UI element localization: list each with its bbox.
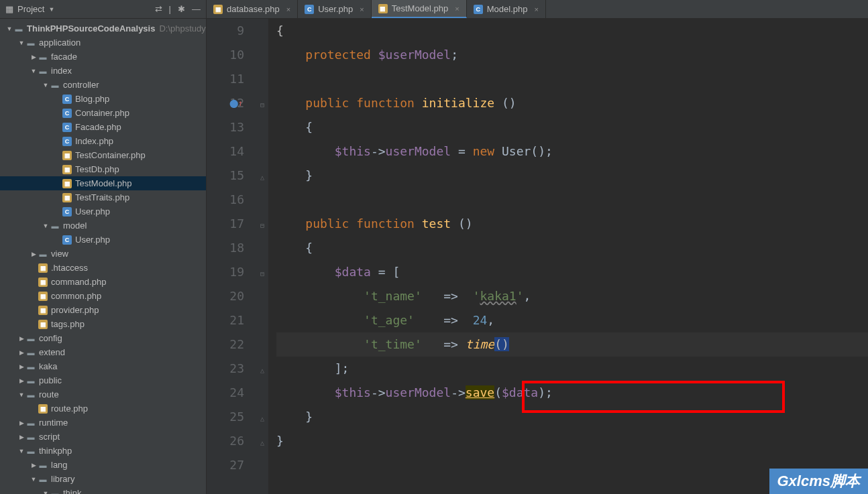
code-line[interactable]: 't_age' => 24,: [276, 308, 868, 332]
code-line[interactable]: public function test (): [276, 212, 868, 236]
project-tree[interactable]: ▼ ▬ ThinkPHPSourceCodeAnalysis D:\phpstu…: [0, 19, 206, 494]
tree-item[interactable]: ▶▬config: [0, 331, 206, 345]
code-line[interactable]: $this->userModel->save($data);: [276, 381, 868, 405]
tree-arrow-icon: ▼: [17, 40, 25, 46]
tree-item[interactable]: ▦TestTraits.php: [0, 190, 206, 204]
php-class-icon: C: [62, 136, 72, 147]
code-line[interactable]: ];: [276, 357, 868, 381]
code-line[interactable]: public function initialize (): [276, 91, 868, 115]
tree-item[interactable]: ▼▬controller: [0, 78, 206, 92]
sidebar-header: ▦ Project ▼ ⇄ | ✱ —: [0, 0, 206, 19]
tree-item[interactable]: CIndex.php: [0, 134, 206, 148]
tree-root[interactable]: ▼ ▬ ThinkPHPSourceCodeAnalysis D:\phpstu…: [0, 21, 206, 36]
tree-item[interactable]: CFacade.php: [0, 120, 206, 134]
fold-marker: [256, 236, 268, 260]
line-number: 15: [207, 164, 244, 188]
code-line[interactable]: 't_time' => time(): [276, 332, 868, 357]
editor-tab[interactable]: ▦database.php×: [207, 0, 298, 18]
sidebar-title-dropdown[interactable]: ▦ Project ▼: [5, 4, 152, 14]
tree-item[interactable]: ▶▬runtime: [0, 416, 206, 430]
code-line[interactable]: $this->userModel = new User();: [276, 139, 868, 164]
tree-item-label: common.php: [51, 291, 101, 301]
folder-icon: ▬: [25, 38, 36, 48]
fold-marker[interactable]: △: [256, 429, 268, 453]
close-icon[interactable]: ×: [534, 5, 538, 13]
tree-item[interactable]: ▼▬application: [0, 36, 206, 50]
file-icon: C: [305, 5, 314, 14]
tree-item[interactable]: ▦TestContainer.php: [0, 148, 206, 162]
tree-item[interactable]: CContainer.php: [0, 106, 206, 120]
folder-icon: ▬: [25, 418, 36, 428]
code-line[interactable]: {: [276, 19, 868, 43]
tree-item-label: view: [51, 249, 68, 259]
sidebar-title-text: Project: [17, 4, 44, 14]
close-icon[interactable]: ×: [455, 5, 459, 13]
php-file-icon: ▦: [62, 178, 72, 189]
fold-marker[interactable]: △: [256, 164, 268, 188]
code-line[interactable]: 't_name' => 'kaka1',: [276, 284, 868, 308]
php-class-icon: C: [62, 108, 72, 119]
code-line[interactable]: [276, 188, 868, 212]
fold-marker[interactable]: △: [256, 405, 268, 429]
tree-item[interactable]: CBlog.php: [0, 92, 206, 106]
php-class-icon: C: [62, 122, 72, 133]
tree-item-label: .htaccess: [51, 263, 88, 273]
code-line[interactable]: }: [276, 164, 868, 188]
tree-item[interactable]: ▼▬library: [0, 472, 206, 486]
fold-marker[interactable]: ⊟: [256, 212, 268, 236]
tree-item[interactable]: ▦common.php: [0, 289, 206, 303]
code-line[interactable]: $data = [: [276, 260, 868, 284]
editor-tab[interactable]: CModel.php×: [467, 0, 546, 18]
hide-icon[interactable]: —: [192, 4, 201, 14]
tree-item[interactable]: ▦.htaccess: [0, 261, 206, 275]
fold-marker[interactable]: ⊟: [256, 260, 268, 284]
code-editor[interactable]: 9101112⬤↑131415161718192021222324252627 …: [207, 19, 868, 494]
code-content[interactable]: { protected $userModel; public function …: [268, 19, 868, 494]
line-number: 14: [207, 139, 244, 164]
tree-item[interactable]: ▦TestDb.php: [0, 162, 206, 176]
tree-item[interactable]: ▦route.php: [0, 402, 206, 416]
tree-item[interactable]: ▶▬kaka: [0, 359, 206, 373]
tree-item[interactable]: ▼▬think: [0, 486, 206, 494]
tree-item[interactable]: ▼▬model: [0, 219, 206, 233]
code-line[interactable]: {: [276, 236, 868, 260]
tree-item[interactable]: CUser.php: [0, 204, 206, 219]
tree-arrow-icon: ▼: [42, 490, 50, 495]
fold-column[interactable]: ⊟△⊟⊟△△△: [256, 19, 268, 494]
tree-item[interactable]: ▶▬lang: [0, 458, 206, 472]
fold-marker[interactable]: ⊟: [256, 91, 268, 115]
tree-item[interactable]: ▦provider.php: [0, 303, 206, 317]
tree-item-label: public: [39, 375, 62, 385]
tree-item[interactable]: ▼▬index: [0, 64, 206, 78]
tree-item[interactable]: ▶▬extend: [0, 345, 206, 359]
code-line[interactable]: protected $userModel;: [276, 43, 868, 67]
tree-item[interactable]: CUser.php: [0, 233, 206, 247]
watermark: Gxlcms脚本: [769, 469, 869, 494]
tree-arrow-icon: ▶: [30, 462, 38, 469]
tree-item[interactable]: ▶▬facade: [0, 50, 206, 64]
folder-icon: ▬: [25, 375, 36, 386]
tree-item[interactable]: ▼▬thinkphp: [0, 444, 206, 458]
editor-tab[interactable]: CUser.php×: [298, 0, 371, 18]
tree-item[interactable]: ▶▬public: [0, 373, 206, 387]
fold-marker: [256, 188, 268, 212]
tree-item[interactable]: ▶▬view: [0, 247, 206, 261]
code-line[interactable]: {: [276, 115, 868, 139]
line-number: 24: [207, 381, 244, 405]
tree-item[interactable]: ▼▬route: [0, 387, 206, 402]
override-marker-icon[interactable]: ⬤↑: [229, 91, 243, 115]
close-icon[interactable]: ×: [360, 5, 364, 13]
tree-item[interactable]: ▦command.php: [0, 275, 206, 289]
tree-item[interactable]: ▦TestModel.php: [0, 176, 206, 190]
folder-icon: ▬: [50, 488, 60, 495]
close-icon[interactable]: ×: [286, 5, 290, 13]
code-line[interactable]: [276, 67, 868, 91]
collapse-icon[interactable]: ⇄: [155, 4, 162, 14]
code-line[interactable]: }: [276, 429, 868, 453]
tree-item[interactable]: ▶▬script: [0, 430, 206, 444]
editor-tab[interactable]: ▦TestModel.php×: [372, 0, 467, 18]
code-line[interactable]: }: [276, 405, 868, 429]
settings-icon[interactable]: ✱: [178, 4, 185, 14]
tree-item[interactable]: ▦tags.php: [0, 317, 206, 331]
fold-marker[interactable]: △: [256, 357, 268, 381]
